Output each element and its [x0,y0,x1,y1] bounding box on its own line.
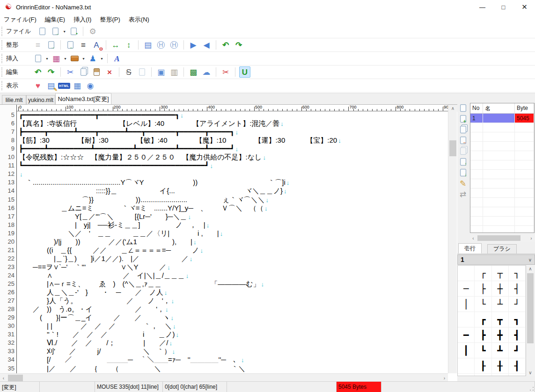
palette-cell[interactable]: ┌ [475,266,491,281]
palette-cell[interactable]: ─ [458,281,475,297]
step-forward-icon[interactable]: ▶ [188,39,199,51]
aa-trim-icon[interactable]: A⊖ [91,39,102,51]
paste-icon[interactable] [91,66,102,78]
palette-tab-0[interactable]: 壱行 [458,243,482,254]
table-row[interactable]: 15045 [470,114,534,123]
palette-cell[interactable]: ┐ [509,266,526,281]
palette-cell[interactable]: ╋ [492,327,509,343]
open-file-icon[interactable]: → [50,26,61,37]
cut-line-icon[interactable]: ✂ [220,66,231,78]
palette-cell[interactable]: ┏ [475,312,491,327]
aa-move-up-icon[interactable]: ↑ [458,157,468,167]
head-mark-2-icon[interactable]: Ⓗ [169,39,180,51]
editor-horizontal-scrollbar[interactable]: ‹ › [0,373,448,382]
palette-cell[interactable]: │ [458,297,475,312]
maximize-button[interactable]: □ [493,0,514,14]
palette-cell[interactable]: ┫ [509,327,526,343]
doc-gray-icon[interactable] [136,66,147,78]
palette-cell[interactable]: ┯ [458,374,475,376]
insert-text-icon[interactable]: A [111,53,123,64]
palette-cell[interactable]: ┓ [509,312,526,327]
grid-view-icon[interactable]: ▦ [72,80,83,91]
insert-box-dropdown-icon[interactable]: ▼ [81,57,86,60]
insert-color-grid-icon[interactable]: ▦ [51,53,62,64]
rotate-right-icon[interactable]: ↷ [233,39,244,51]
file-tab-2[interactable]: NoName3.txt[変更] [55,93,111,104]
new-file-icon[interactable] [37,26,48,37]
palette-cell[interactable] [458,266,475,281]
aa-canvas[interactable]: ┏━━━━━━━━━━━━━━━━━┳━━━━━━━━━━━━━━━━━━┓↓【… [17,111,448,373]
merge-lines-icon[interactable]: ▤ [142,39,154,51]
aa-new-icon[interactable] [458,103,468,113]
scroll-left-icon[interactable]: ‹ [470,234,476,242]
insert-blank-dropdown-icon[interactable]: ▼ [44,57,50,60]
palette-cell[interactable] [492,374,509,376]
toolbar-grip[interactable] [1,67,3,77]
cut-icon[interactable]: ✂ [65,66,76,78]
palette-cell[interactable]: ┻ [492,343,509,358]
editor-vertical-scrollbar[interactable]: ∧ [448,105,457,373]
palette-cell[interactable]: ┗ [475,343,491,358]
preview-eye-icon[interactable]: ◉ [85,80,96,91]
menu-item-1[interactable]: 編集(E) [45,15,65,24]
unindent-icon[interactable]: ≡ [32,39,44,51]
fit-width-icon[interactable]: ↔ [110,39,121,51]
file-tab-1[interactable]: yukino.mlt [26,95,55,104]
palette-cell[interactable]: ┣ [475,327,491,343]
settings-gear-icon[interactable]: ⚙ [87,26,98,37]
palette-tab-1[interactable]: ブラシ [487,244,517,254]
palette-cell[interactable]: ┴ [492,297,509,312]
vertical-scroll-thumb[interactable] [449,140,456,156]
palette-cell[interactable]: ┳ [492,312,509,327]
palette-cell[interactable]: ━ [458,327,475,343]
palette-cell[interactable]: ┝ [509,374,526,376]
aa-edit-pencil-icon[interactable]: ✎ [458,179,468,188]
insert-color-grid-dropdown-icon[interactable]: ▼ [63,57,68,60]
aa-move-down-icon[interactable]: ↓ [458,168,468,177]
scroll-up-icon[interactable]: ∧ [448,105,457,112]
palette-cell[interactable]: ┨ [509,358,526,374]
html-view-icon[interactable]: HTML [59,80,70,91]
rotate-left-icon[interactable]: ↶ [220,39,231,51]
menu-item-3[interactable]: 整形(P) [100,15,120,24]
palette-cell[interactable]: ┛ [509,343,526,358]
palette-cell[interactable]: ┠ [475,358,491,374]
menu-item-2[interactable]: 挿入(I) [73,15,91,24]
horizontal-scroll-thumb[interactable] [8,375,23,381]
palette-scroll-thumb[interactable] [527,273,534,343]
palette-cell[interactable]: ┼ [492,281,509,297]
palette-cell[interactable]: ╂ [492,358,509,374]
redo-icon[interactable]: ↷ [45,66,57,78]
toolbar-grip[interactable] [1,40,3,50]
align-lines-icon[interactable]: ≡ [78,39,89,51]
scroll-down-icon[interactable]: ∨ [526,369,535,376]
delete-icon[interactable]: × [104,66,115,78]
undo-icon[interactable]: ↶ [32,66,44,78]
toolbar-grip[interactable] [1,54,3,63]
palette-dropdown[interactable]: 1 ∨ [457,254,535,265]
aa-list-scrollbar[interactable]: ‹ › [470,234,535,242]
file-tab-0[interactable]: lilie.mlt [2,95,26,104]
shift-right-icon[interactable]: → [45,39,57,51]
palette-cell[interactable]: └ [475,297,491,312]
shift-left-icon[interactable]: ← [65,39,76,51]
close-button[interactable]: ✕ [514,0,535,14]
aa-add-icon[interactable]: ＋ [458,114,468,123]
palette-cell[interactable]: ┤ [509,281,526,297]
open-file-dropdown-icon[interactable]: ▼ [62,30,67,33]
palette-cell[interactable]: ├ [475,281,491,297]
palette-cell[interactable]: ┷ [475,374,491,376]
aa-duplicate-icon[interactable] [458,146,468,156]
select-area-icon[interactable]: ▣ [155,66,167,78]
cloud-copy-icon[interactable]: ☁ [201,66,212,78]
toolbar-grip[interactable] [1,27,3,36]
menu-item-4[interactable]: 表示(N) [129,15,149,24]
strike-s-icon[interactable]: S [123,66,134,78]
undo-line-icon[interactable]: U [239,66,250,78]
head-mark-1-icon[interactable]: Ⓗ [155,39,167,51]
palette-cell[interactable] [458,358,475,374]
package-box-icon[interactable]: ▥ [169,66,180,78]
copy-icon[interactable] [78,66,89,78]
palette-scrollbar[interactable]: ∧ ∨ [526,265,535,376]
minimize-button[interactable]: — [472,0,493,14]
